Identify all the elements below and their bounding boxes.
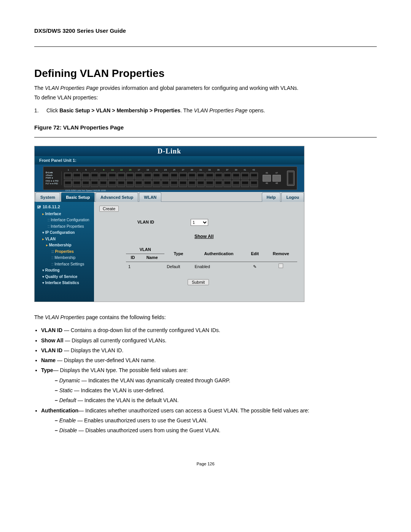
nav-routing[interactable]: ▾ Routing [37, 267, 92, 274]
sfp-port-47[interactable] [272, 175, 281, 182]
tab-basic-setup[interactable]: Basic Setup [61, 192, 95, 202]
nav-vlan[interactable]: ▸ VLAN [37, 236, 92, 243]
port-number-29: 29 [188, 168, 196, 172]
port-5[interactable] [82, 173, 90, 179]
sub-desc: — Enables unauthorized users to use the … [76, 417, 207, 423]
port-40[interactable] [232, 180, 240, 187]
port-35[interactable] [215, 173, 223, 179]
cell-id: 1 [126, 262, 140, 272]
brand-header: D-Link [35, 146, 304, 156]
page-number: Page 126 [34, 461, 377, 467]
tab-wlan[interactable]: WLAN [139, 192, 161, 202]
port-41[interactable] [241, 173, 249, 179]
port-43[interactable] [250, 173, 258, 179]
port-16[interactable] [126, 180, 134, 187]
device-status-labels: D-Link xStack PWR ● FAN ● ● PID FLT ● ● … [46, 171, 62, 185]
step-suffix: opens. [247, 107, 265, 113]
port-24[interactable] [161, 180, 169, 187]
field-desc: — Displays the user-defined VLAN name. [56, 357, 156, 363]
port-9[interactable] [99, 173, 107, 179]
nav-interface[interactable]: ▸ Interface [37, 211, 92, 217]
port-4[interactable] [73, 180, 81, 187]
port-26[interactable] [170, 180, 178, 187]
port-2[interactable] [64, 180, 72, 187]
port-17[interactable] [135, 173, 143, 179]
port-36[interactable] [215, 180, 223, 187]
field-vlan-id-1: VLAN ID — Contains a drop-down list of t… [41, 326, 377, 334]
vlan-id-select[interactable]: 1 [191, 219, 208, 226]
port-25[interactable] [170, 173, 178, 179]
sfp-port-45[interactable] [263, 175, 271, 182]
port-14[interactable] [117, 180, 125, 187]
port-29[interactable] [188, 173, 196, 179]
port-32[interactable] [197, 180, 205, 187]
sub-em: Enable [59, 417, 76, 423]
port-12[interactable] [108, 180, 116, 187]
fields-intro-suffix: page contains the following fields: [84, 314, 166, 320]
port-23[interactable] [161, 173, 169, 179]
port-42[interactable] [241, 180, 249, 187]
port-33[interactable] [206, 173, 213, 179]
nav-interface-statistics[interactable]: ▾ Interface Statistics [37, 280, 92, 286]
create-button[interactable]: Create [99, 206, 119, 212]
port-10[interactable] [99, 180, 107, 187]
port-34[interactable] [206, 180, 213, 187]
port-3[interactable] [73, 173, 81, 179]
port-37[interactable] [223, 173, 231, 179]
port-1[interactable] [64, 173, 72, 179]
header-rule [34, 46, 377, 47]
port-38[interactable] [223, 180, 231, 187]
tab-logout[interactable]: Logou [281, 192, 304, 202]
port-15[interactable] [126, 173, 134, 179]
port-30[interactable] [188, 180, 196, 187]
field-authentication: Authentication— Indicates whether unauth… [41, 407, 377, 435]
sfp-label-46: 46 [263, 182, 271, 185]
tab-advanced-setup[interactable]: Advanced Setup [96, 192, 138, 202]
port-number-43: 43 [249, 168, 258, 172]
port-number-3: 3 [73, 168, 81, 172]
port-39[interactable] [232, 173, 240, 179]
port-18[interactable] [135, 180, 143, 187]
port-row-bottom [64, 180, 258, 187]
port-21[interactable] [153, 173, 161, 179]
figure-caption: Figure 72: VLAN Properties Page [34, 123, 377, 132]
nav-membership[interactable]: Membership [37, 255, 92, 261]
table-row: 1 Default Enabled ✎ [126, 262, 297, 272]
section-heading: Defining VLAN Properties [34, 66, 377, 81]
nav-qos[interactable]: ▾ Quality of Service [37, 274, 92, 280]
port-7[interactable] [91, 173, 99, 179]
submit-button[interactable]: Submit [188, 279, 209, 285]
sub-dynamic: Dynamic — Indicates the VLAN was dynamic… [55, 377, 377, 384]
nav-properties[interactable]: Properties [37, 249, 92, 255]
nav-interface-settings[interactable]: Interface Settings [37, 261, 92, 268]
nav-interface-configuration[interactable]: Interface Configuration [37, 217, 92, 224]
remove-checkbox[interactable] [279, 264, 283, 268]
sfp-label-48: 48 [272, 182, 281, 185]
port-8[interactable] [91, 180, 99, 187]
tab-system[interactable]: System [35, 192, 60, 202]
port-11[interactable] [108, 173, 116, 179]
port-6[interactable] [82, 180, 90, 187]
nav-membership-group[interactable]: ▸ Membership [37, 242, 92, 249]
edit-icon[interactable]: ✎ [253, 264, 256, 269]
sub-em: Dynamic [59, 377, 80, 383]
nav-interface-properties[interactable]: Interface Properties [37, 224, 92, 230]
nav-root-label: 10.6.11.2 [43, 204, 60, 210]
port-19[interactable] [143, 173, 151, 179]
show-all-link[interactable]: Show All [194, 233, 297, 240]
port-20[interactable] [143, 180, 151, 187]
port-number-23: 23 [161, 168, 170, 172]
nav-ip-configuration[interactable]: ▾ IP Configuration [37, 230, 92, 236]
port-number-31: 31 [196, 168, 205, 172]
nav-root-ip[interactable]: 🖳 10.6.11.2 [37, 204, 92, 210]
port-31[interactable] [197, 173, 205, 179]
tab-help[interactable]: Help [262, 192, 281, 202]
field-label: Type [41, 367, 53, 373]
port-28[interactable] [179, 180, 187, 187]
port-27[interactable] [179, 173, 187, 179]
port-13[interactable] [117, 173, 125, 179]
field-type: Type— Displays the VLAN type. The possib… [41, 366, 377, 404]
figure-rule [34, 137, 377, 137]
port-44[interactable] [250, 180, 258, 187]
port-22[interactable] [153, 180, 161, 187]
